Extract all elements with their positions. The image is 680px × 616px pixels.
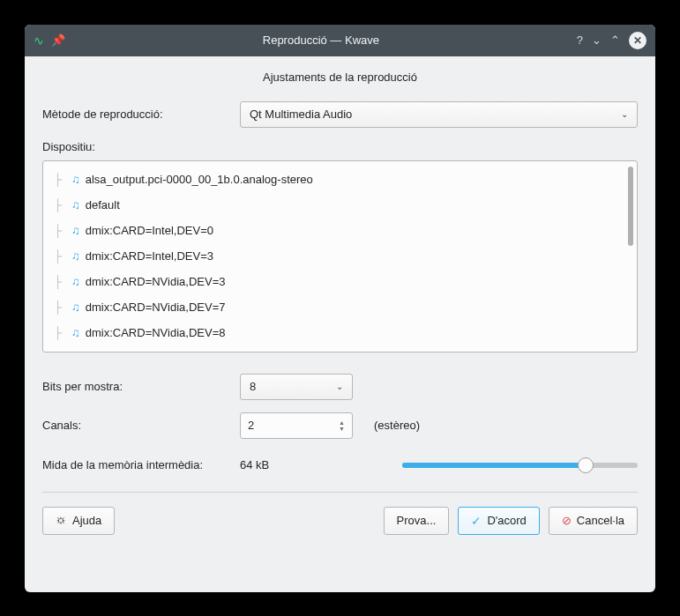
music-icon: ♫ [71, 275, 80, 288]
maximize-icon[interactable]: ⌃ [610, 33, 620, 47]
method-value: Qt Multimedia Audio [250, 108, 352, 121]
channels-spinbox[interactable]: 2 ▲▼ [240, 412, 353, 439]
spin-arrows-icon[interactable]: ▲▼ [339, 419, 345, 432]
ok-button[interactable]: ✓ D'acord [458, 507, 539, 535]
buffer-value: 64 kB [240, 458, 293, 471]
app-icon: ∿ [34, 33, 44, 48]
music-icon: ♫ [71, 301, 80, 314]
music-icon: ♫ [71, 198, 80, 212]
check-icon: ✓ [471, 514, 482, 528]
device-name: dmix:CARD=NVidia,DEV=3 [86, 275, 226, 288]
ok-button-label: D'acord [487, 514, 526, 527]
bits-combo[interactable]: 8 ⌄ [240, 374, 353, 400]
channels-label: Canals: [42, 419, 228, 432]
slider-thumb[interactable] [578, 457, 594, 473]
help-gear-icon: ⛭ [56, 514, 67, 527]
bits-value: 8 [250, 380, 256, 393]
cancel-icon: ⊘ [562, 514, 572, 527]
device-name: dmix:CARD=Intel,DEV=0 [86, 224, 213, 237]
bits-label: Bits per mostra: [42, 380, 228, 393]
list-item[interactable]: ├ ♫ dmix:CARD=NVidia,DEV=3 [47, 269, 633, 294]
window-title: Reproducció — Kwave [65, 33, 577, 47]
music-icon: ♫ [71, 249, 80, 263]
buffer-slider[interactable] [402, 456, 638, 474]
close-icon[interactable]: ✕ [629, 32, 646, 49]
music-icon: ♫ [71, 326, 80, 339]
cancel-button-label: Cancel·la [577, 514, 624, 527]
music-icon: ♫ [71, 173, 80, 186]
device-name: dmix:CARD=Intel,DEV=3 [86, 249, 213, 263]
list-item[interactable]: ├ ♫ dmix:CARD=Intel,DEV=0 [47, 218, 633, 243]
help-icon[interactable]: ? [577, 33, 583, 47]
button-bar: ⛭ Ajuda Prova... ✓ D'acord ⊘ Cancel·la [42, 492, 638, 535]
chevron-down-icon: ⌄ [336, 382, 343, 391]
titlebar[interactable]: ∿ 📌 Reproducció — Kwave ? ⌄ ⌃ ✕ [25, 25, 655, 56]
help-button-label: Ajuda [72, 514, 101, 527]
section-title: Ajustaments de la reproducció [42, 71, 638, 84]
list-item[interactable]: ├ ♫ dmix:CARD=Intel,DEV=3 [47, 243, 633, 269]
channels-hint: (estèreo) [374, 419, 420, 432]
scrollbar[interactable] [628, 167, 633, 246]
help-button[interactable]: ⛭ Ajuda [42, 507, 115, 535]
devices-label: Dispositiu: [42, 140, 638, 153]
device-name: dmix:CARD=NVidia,DEV=8 [86, 326, 226, 339]
music-icon: ♫ [71, 224, 80, 237]
device-name: default [86, 198, 120, 212]
channels-value: 2 [248, 419, 254, 432]
cancel-button[interactable]: ⊘ Cancel·la [549, 507, 638, 535]
test-button[interactable]: Prova... [384, 507, 450, 535]
devices-list[interactable]: ├ ♫ alsa_output.pci-0000_00_1b.0.analog-… [42, 160, 638, 353]
list-item[interactable]: ├ ♫ alsa_output.pci-0000_00_1b.0.analog-… [47, 167, 633, 192]
test-button-label: Prova... [397, 514, 437, 527]
list-item[interactable]: ├ ♫ dmix:CARD=NVidia,DEV=7 [47, 294, 633, 320]
method-combo[interactable]: Qt Multimedia Audio ⌄ [240, 101, 638, 128]
list-item[interactable]: ├ ♫ default [47, 192, 633, 218]
device-name: dmix:CARD=NVidia,DEV=7 [86, 301, 226, 314]
method-label: Mètode de reproducció: [42, 108, 228, 121]
buffer-label: Mida de la memòria intermèdia: [42, 458, 228, 471]
device-name: alsa_output.pci-0000_00_1b.0.analog-ster… [86, 173, 313, 186]
minimize-icon[interactable]: ⌄ [592, 33, 602, 47]
pin-icon[interactable]: 📌 [51, 33, 65, 47]
list-item[interactable]: ├ ♫ dmix:CARD=NVidia,DEV=8 [47, 320, 633, 345]
chevron-down-icon: ⌄ [621, 109, 628, 119]
dialog-content: Ajustaments de la reproducció Mètode de … [25, 56, 655, 592]
dialog-window: ∿ 📌 Reproducció — Kwave ? ⌄ ⌃ ✕ Ajustame… [25, 25, 655, 592]
